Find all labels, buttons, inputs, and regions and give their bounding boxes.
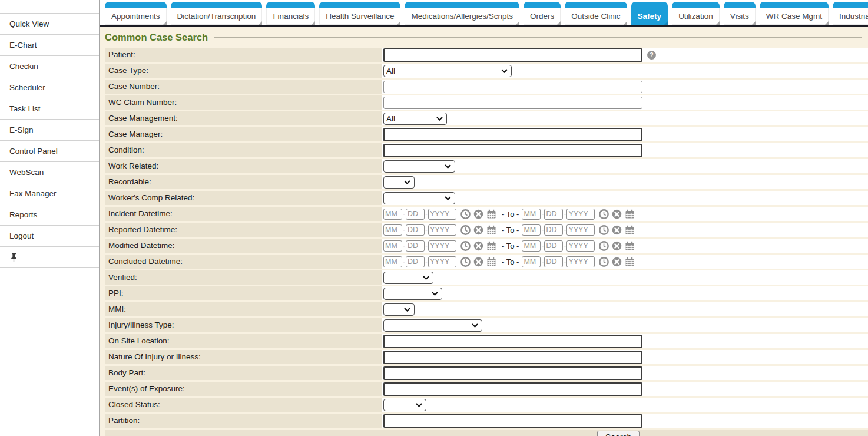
case-manager-input[interactable] [383, 128, 642, 141]
clear-icon[interactable] [473, 241, 483, 251]
field-label: WC Claim Number: [105, 95, 382, 110]
date-yyyy-input-from[interactable] [428, 209, 456, 220]
date-mm-input-to[interactable] [522, 209, 541, 220]
date-mm-input-to[interactable] [522, 256, 541, 267]
calendar-icon[interactable] [486, 209, 496, 219]
date-dd-input-to[interactable] [544, 240, 563, 252]
date-dd-input-from[interactable] [406, 224, 425, 236]
ppi-select[interactable] [383, 288, 442, 300]
sidebar-item-e-sign[interactable]: E-Sign [0, 120, 99, 141]
calendar-icon[interactable] [625, 257, 635, 267]
clear-icon[interactable] [612, 209, 622, 219]
tab-dictation-transcription[interactable]: Dictation/Transcription [171, 2, 263, 25]
field-label: MMI: [105, 302, 382, 316]
clock-icon[interactable] [599, 257, 609, 267]
clear-icon[interactable] [473, 257, 483, 267]
clear-icon[interactable] [612, 241, 622, 251]
on-site-location-input[interactable] [383, 335, 642, 348]
wc-claim-number-input[interactable] [383, 97, 642, 109]
sidebar-item-checkin[interactable]: Checkin [0, 56, 99, 77]
date-mm-input-from[interactable] [383, 256, 402, 267]
worker-s-comp-related-select[interactable] [383, 192, 455, 204]
calendar-icon[interactable] [486, 225, 496, 235]
clock-icon[interactable] [460, 241, 471, 251]
tab-safety[interactable]: Safety [631, 2, 668, 25]
date-yyyy-input-to[interactable] [566, 209, 595, 220]
form-row: Recordable: [105, 175, 868, 189]
sidebar-item-fax-manager[interactable]: Fax Manager [0, 183, 99, 204]
mmi-select[interactable] [383, 303, 415, 316]
date-yyyy-input-from[interactable] [428, 240, 456, 252]
date-yyyy-input-from[interactable] [428, 224, 456, 236]
sidebar-item-reports[interactable]: Reports [0, 204, 99, 226]
calendar-icon[interactable] [486, 257, 496, 267]
clear-icon[interactable] [473, 209, 483, 219]
clear-icon[interactable] [473, 225, 483, 235]
sidebar-item-webscan[interactable]: WebScan [0, 162, 99, 183]
date-yyyy-input-from[interactable] [428, 256, 456, 267]
date-mm-input-from[interactable] [383, 224, 402, 236]
pin-icon[interactable] [9, 252, 18, 262]
clock-icon[interactable] [460, 225, 471, 235]
sidebar-item-quick-view[interactable]: Quick View [0, 14, 99, 35]
sidebar-item-control-panel[interactable]: Control Panel [0, 141, 99, 162]
date-dd-input-to[interactable] [544, 209, 563, 220]
clear-icon[interactable] [612, 225, 622, 235]
search-button[interactable]: Search [597, 431, 640, 436]
clock-icon[interactable] [599, 209, 609, 219]
sidebar-item-e-chart[interactable]: E-Chart [0, 35, 99, 56]
tab-wr-case-mgmt[interactable]: WR Case Mgmt [760, 2, 829, 25]
clear-icon[interactable] [612, 257, 622, 267]
help-icon[interactable]: ? [647, 51, 656, 60]
work-related-select[interactable] [383, 160, 455, 173]
tab-utilization[interactable]: Utilization [672, 2, 720, 25]
date-yyyy-input-to[interactable] [566, 240, 595, 252]
closed-status-select[interactable] [383, 399, 426, 411]
form-row: Concluded Datetime:--- To --- [105, 255, 868, 269]
date-dd-input-from[interactable] [406, 256, 425, 267]
case-number-input[interactable] [383, 81, 642, 93]
clock-icon[interactable] [599, 225, 609, 235]
body-part-input[interactable] [383, 366, 642, 380]
sidebar-item-task-list[interactable]: Task List [0, 98, 99, 120]
tab-appointments[interactable]: Appointments [105, 2, 167, 25]
case-type-select[interactable]: All [383, 65, 512, 77]
date-mm-input-to[interactable] [522, 240, 541, 252]
calendar-icon[interactable] [486, 241, 496, 251]
sidebar-item-scheduler[interactable]: Scheduler [0, 77, 99, 98]
date-mm-input-from[interactable] [383, 209, 402, 220]
patient-input[interactable] [383, 48, 642, 62]
verified-select[interactable] [383, 272, 433, 284]
tab-orders[interactable]: Orders [524, 2, 561, 25]
tab-financials[interactable]: Financials [266, 2, 315, 25]
clock-icon[interactable] [460, 257, 471, 267]
sidebar-item-logout[interactable]: Logout [0, 226, 99, 247]
date-yyyy-input-to[interactable] [566, 224, 595, 236]
date-separator: - [541, 242, 544, 250]
tab-industrial-hygiene[interactable]: Industrial Hygiene [833, 2, 868, 25]
date-mm-input-to[interactable] [522, 224, 541, 236]
calendar-icon[interactable] [625, 209, 635, 219]
injury-illness-type-select[interactable] [383, 319, 482, 332]
condition-input[interactable] [383, 144, 642, 157]
partition-input[interactable] [383, 414, 642, 428]
recordable-select[interactable] [383, 176, 415, 189]
tab-label: Visits [724, 8, 756, 25]
calendar-icon[interactable] [625, 225, 635, 235]
nature-of-injury-or-illness-input[interactable] [383, 351, 642, 364]
date-yyyy-input-to[interactable] [566, 256, 595, 267]
case-management-select[interactable]: All [383, 113, 447, 125]
date-dd-input-to[interactable] [544, 256, 563, 267]
event-s-of-exposure-input[interactable] [383, 382, 642, 396]
date-dd-input-to[interactable] [544, 224, 563, 236]
date-mm-input-from[interactable] [383, 240, 402, 252]
tab-health-surveillance[interactable]: Health Surveillance [319, 2, 400, 25]
tab-outside-clinic[interactable]: Outside Clinic [565, 2, 627, 25]
clock-icon[interactable] [460, 209, 471, 219]
date-dd-input-from[interactable] [406, 240, 425, 252]
clock-icon[interactable] [599, 241, 609, 251]
date-dd-input-from[interactable] [406, 209, 425, 220]
calendar-icon[interactable] [625, 241, 635, 251]
tab-visits[interactable]: Visits [724, 2, 756, 25]
tab-medications-allergies-scripts[interactable]: Medications/Allergies/Scripts [405, 2, 519, 25]
